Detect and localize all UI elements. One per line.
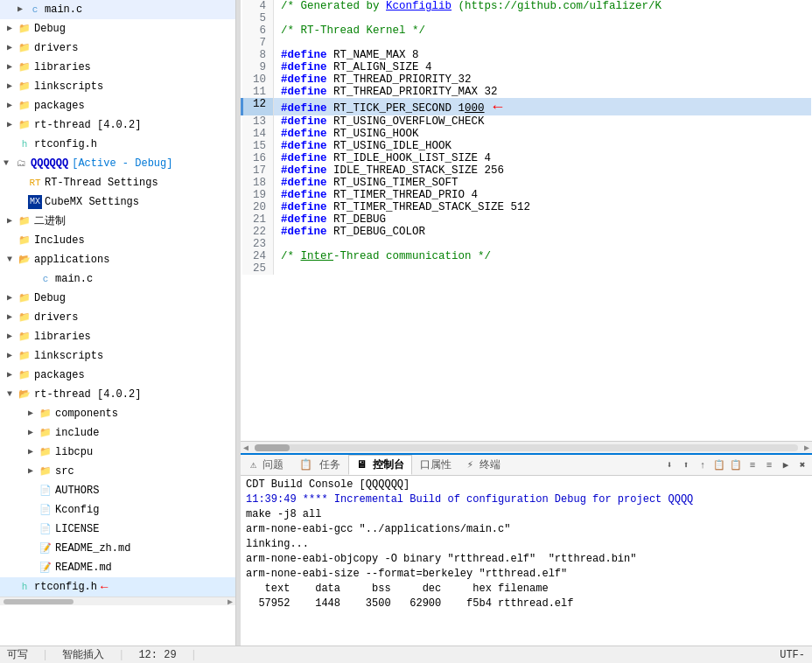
sidebar-item-label: RT-Thread Settings <box>45 175 158 191</box>
sidebar-item-libraries2[interactable]: ▶ 📁 libraries <box>0 327 235 346</box>
sidebar-item-qqqqq[interactable]: ▼ 🗂 QQQQQQ [Active - Debug] <box>0 154 235 173</box>
sidebar-item-packages2[interactable]: ▶ 📁 packages <box>0 366 235 385</box>
line-number: 12 <box>242 98 274 115</box>
sidebar-item-rt-thread2[interactable]: ▼ 📂 rt-thread [4.0.2] <box>0 385 235 404</box>
toolbar-btn-4[interactable]: 📋 <box>711 457 727 473</box>
sidebar-item-erjinzhi[interactable]: ▶ 📁 二进制 <box>0 212 235 231</box>
file-c-icon: c <box>28 3 42 17</box>
sidebar-item-rt-thread[interactable]: ▶ 📁 rt-thread [4.0.2] <box>0 115 235 135</box>
code-view[interactable]: 4 /* Generated by Kconfiglib (https://gi… <box>241 0 812 441</box>
sidebar-item-authors[interactable]: ▶ 📄 AUTHORS <box>0 481 235 500</box>
sidebar-item-readme-zh[interactable]: ▶ 📝 README_zh.md <box>0 539 235 558</box>
arrow-icon: ▶ <box>7 310 18 325</box>
line-number: 16 <box>242 152 274 164</box>
tab-terminal[interactable]: ⚡ 终端 <box>459 455 508 475</box>
toolbar-btn-close[interactable]: ✖ <box>794 457 810 473</box>
line-code: #define RT_ALIGN_SIZE 4 <box>274 61 811 73</box>
hscroll-track[interactable] <box>255 444 798 451</box>
line-code: #define RT_THREAD_PRIORITY_32 <box>274 73 811 86</box>
sidebar-item-label: README.md <box>55 560 112 576</box>
toolbar-btn-8[interactable]: ▶ <box>778 457 794 473</box>
line-code: #define RT_USING_HOOK <box>274 128 811 140</box>
toolbar-btn-1[interactable]: ⬇ <box>662 457 677 473</box>
sidebar-item-debug[interactable]: ▶ 📁 Debug <box>0 19 235 38</box>
main-area: ▶ c main.c ▶ 📁 Debug ▶ 📁 drivers ▶ 📁 lib… <box>0 0 812 646</box>
sidebar-item-debug2[interactable]: ▶ 📁 Debug <box>0 289 235 308</box>
sidebar-scroll-right-btn[interactable]: ▶ <box>225 597 235 607</box>
file-h-icon: h <box>18 137 32 151</box>
sidebar-item-label: components <box>55 406 118 422</box>
hscroll-left-btn[interactable]: ◀ <box>241 443 251 453</box>
sidebar-item-rtconfig-h2[interactable]: ▶ h rtconfig.h ← <box>0 577 235 597</box>
sidebar-item-includes[interactable]: ▶ 📁 Includes <box>0 231 235 250</box>
arrow-icon: ▶ <box>7 213 18 229</box>
sidebar-hscroll-thumb <box>4 599 74 604</box>
toolbar-btn-7[interactable]: ≡ <box>761 457 777 473</box>
editor-hscroll[interactable]: ◀ ▶ <box>241 441 812 453</box>
line-number: 15 <box>242 140 274 152</box>
arrow-icon: ▼ <box>7 252 18 268</box>
sidebar-item-readme[interactable]: ▶ 📝 README.md <box>0 558 235 577</box>
console-icon: 🖥 <box>356 459 367 471</box>
tab-properties[interactable]: 口属性 <box>412 455 459 475</box>
toolbar-btn-2[interactable]: ⬆ <box>678 457 694 473</box>
toolbar-btn-5[interactable]: 📋 <box>728 457 744 473</box>
line-number: 24 <box>242 250 274 262</box>
sidebar-item-label: rt-thread [4.0.2] <box>34 117 141 133</box>
tab-problems[interactable]: ⚠ 问题 <box>242 455 291 475</box>
sidebar-item-include[interactable]: ▶ 📁 include <box>0 423 235 443</box>
line-number: 13 <box>242 115 274 128</box>
line-number: 10 <box>242 73 274 86</box>
hscroll-right-btn[interactable]: ▶ <box>802 443 812 453</box>
sidebar-item-license[interactable]: ▶ 📄 LICENSE <box>0 520 235 539</box>
line-code: /* RT-Thread Kernel */ <box>274 24 811 37</box>
file-c-icon: c <box>38 272 52 286</box>
toolbar-btn-3[interactable]: ↑ <box>695 457 710 473</box>
sidebar-item-linkscripts2[interactable]: ▶ 📁 linkscripts <box>0 346 235 366</box>
tab-label: 任务 <box>319 459 340 471</box>
sidebar-item-components[interactable]: ▶ 📁 components <box>0 404 235 423</box>
sidebar-item-libraries[interactable]: ▶ 📁 libraries <box>0 58 235 77</box>
folder-icon: 📁 <box>38 464 52 478</box>
sidebar-item-packages[interactable]: ▶ 📁 packages <box>0 96 235 115</box>
table-row: 15 #define RT_USING_IDLE_HOOK <box>242 140 811 152</box>
file-txt-icon: 📄 <box>38 522 52 536</box>
sidebar-item-kconfig[interactable]: ▶ 📄 Kconfig <box>0 500 235 520</box>
table-row: 21 #define RT_DEBUG <box>242 213 811 226</box>
arrow-icon: ▶ <box>18 2 28 17</box>
sidebar-item-libcpu[interactable]: ▶ 📁 libcpu <box>0 443 235 462</box>
tab-console[interactable]: 🖥 控制台 <box>348 455 412 475</box>
line-number: 4 <box>242 0 274 12</box>
arrow-icon: ▶ <box>7 59 18 75</box>
sidebar-item-label: 二进制 <box>34 213 66 229</box>
sidebar-item-main-c-top[interactable]: ▶ c main.c <box>0 0 235 19</box>
sidebar-item-rt-thread-settings[interactable]: ▶ RT RT-Thread Settings <box>0 173 235 192</box>
table-row: 7 <box>242 37 811 49</box>
status-writable: 可写 <box>7 647 28 662</box>
arrow-icon: ▼ <box>7 387 18 402</box>
sidebar-item-label: QQQQQQ <box>31 156 68 171</box>
line-code <box>274 37 811 49</box>
sidebar-item-label: applications <box>34 252 109 268</box>
folder-icon: 📁 <box>18 41 32 55</box>
arrow-icon: ▶ <box>7 98 18 114</box>
sidebar-item-linkscripts[interactable]: ▶ 📁 linkscripts <box>0 77 235 96</box>
sidebar-item-rtconfig-h[interactable]: ▶ h rtconfig.h <box>0 135 235 154</box>
toolbar-btn-6[interactable]: ≡ <box>745 457 760 473</box>
sidebar-hscroll[interactable]: ▶ <box>0 597 235 605</box>
sidebar-item-drivers[interactable]: ▶ 📁 drivers <box>0 38 235 58</box>
arrow-icon: ▶ <box>7 329 18 345</box>
folder-icon: 📁 <box>18 330 32 344</box>
sidebar-item-label: libraries <box>34 59 91 75</box>
sidebar-item-cubemx-settings[interactable]: ▶ MX CubeMX Settings <box>0 192 235 212</box>
sidebar-item-src[interactable]: ▶ 📁 src <box>0 462 235 481</box>
table-row: 16 #define RT_IDLE_HOOK_LIST_SIZE 4 <box>242 152 811 164</box>
sidebar-item-label: rt-thread [4.0.2] <box>34 387 141 402</box>
arrow-icon: ▶ <box>28 464 38 479</box>
sidebar-item-drivers2[interactable]: ▶ 📁 drivers <box>0 308 235 327</box>
tab-tasks[interactable]: 📋 任务 <box>291 455 347 475</box>
line-number: 23 <box>242 238 274 250</box>
sidebar-item-applications[interactable]: ▼ 📂 applications <box>0 250 235 269</box>
sidebar-item-extra: [Active - Debug] <box>72 156 172 171</box>
sidebar-item-main-c[interactable]: ▶ c main.c <box>0 269 235 289</box>
